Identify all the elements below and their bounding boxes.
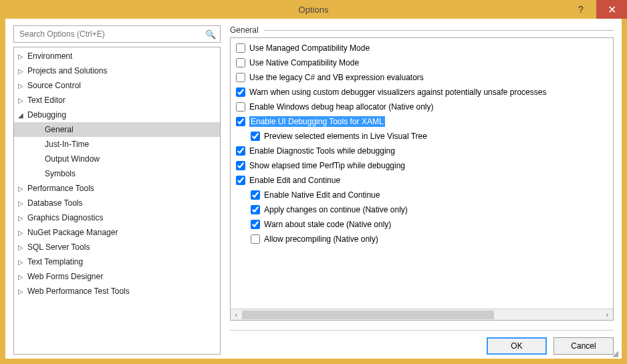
options-list[interactable]: Use Managed Compatibility ModeUse Native… <box>231 38 613 309</box>
scroll-thumb[interactable] <box>242 311 494 319</box>
tree-item[interactable]: ▷Projects and Solutions <box>14 63 220 78</box>
tree-item[interactable]: ▷NuGet Package Manager <box>14 225 220 240</box>
option-label: Warn about stale code (Native only) <box>264 220 391 229</box>
search-input[interactable] <box>18 29 205 39</box>
option-checkbox[interactable] <box>251 205 260 214</box>
options-tree[interactable]: ▷Environment▷Projects and Solutions▷Sour… <box>13 47 221 355</box>
tree-item[interactable]: ▷Web Performance Test Tools <box>14 284 220 299</box>
option-row[interactable]: Use Native Compatibility Mode <box>231 55 613 70</box>
tree-item-label: General <box>45 125 74 134</box>
tree-item[interactable]: Just-In-Time <box>14 137 220 152</box>
option-row[interactable]: Enable Native Edit and Continue <box>231 188 613 202</box>
tree-item-label: SQL Server Tools <box>27 242 90 252</box>
horizontal-scrollbar[interactable]: ‹ › <box>231 309 613 320</box>
option-checkbox[interactable] <box>236 176 245 185</box>
tree-item[interactable]: ▷Database Tools <box>14 196 220 210</box>
tree-item-label: Projects and Solutions <box>27 66 107 75</box>
caret-collapsed-icon[interactable]: ▷ <box>18 273 27 281</box>
tree-item[interactable]: ▷Performance Tools <box>14 181 220 196</box>
caret-collapsed-icon[interactable]: ▷ <box>18 82 27 89</box>
caret-expanded-icon[interactable]: ◢ <box>18 112 27 119</box>
section-title-label: General <box>230 25 259 35</box>
caret-collapsed-icon[interactable]: ▷ <box>18 229 27 236</box>
tree-item-label: Environment <box>27 51 72 61</box>
option-row[interactable]: Use the legacy C# and VB expression eval… <box>231 70 613 85</box>
caret-collapsed-icon[interactable]: ▷ <box>18 244 27 251</box>
tree-item[interactable]: ▷Web Forms Designer <box>14 269 220 284</box>
tree-item[interactable]: ▷Graphics Diagnostics <box>14 210 220 225</box>
scroll-left-icon[interactable]: ‹ <box>231 311 242 319</box>
cancel-button[interactable]: Cancel <box>553 337 614 355</box>
option-checkbox[interactable] <box>236 102 245 112</box>
caret-collapsed-icon[interactable]: ▷ <box>18 67 27 75</box>
option-row[interactable]: Enable UI Debugging Tools for XAML <box>231 114 613 129</box>
option-checkbox[interactable] <box>236 87 245 97</box>
caret-collapsed-icon[interactable]: ▷ <box>18 97 27 104</box>
tree-item[interactable]: ◢Debugging <box>14 108 220 122</box>
options-dialog: Options ? ✕ 🔍 ▷Environment▷Projects and … <box>0 0 627 364</box>
caret-collapsed-icon[interactable]: ▷ <box>18 53 27 60</box>
right-pane: General Use Managed Compatibility ModeUs… <box>230 25 614 355</box>
caret-collapsed-icon[interactable]: ▷ <box>18 200 27 207</box>
search-box[interactable]: 🔍 <box>13 25 221 43</box>
tree-item-label: Output Window <box>45 154 100 164</box>
option-row[interactable]: Show elapsed time PerfTip while debuggin… <box>231 158 613 173</box>
tree-item[interactable]: ▷Environment <box>14 49 220 63</box>
option-checkbox[interactable] <box>236 58 245 67</box>
tree-item-label: Source Control <box>27 81 81 90</box>
tree-item-label: Database Tools <box>27 198 83 208</box>
search-icon: 🔍 <box>205 29 216 39</box>
option-label: Allow precompiling (Native only) <box>264 234 378 244</box>
option-checkbox[interactable] <box>236 43 245 53</box>
option-checkbox[interactable] <box>236 161 245 170</box>
caret-collapsed-icon[interactable]: ▷ <box>18 214 27 222</box>
option-label: Show elapsed time PerfTip while debuggin… <box>249 161 405 170</box>
option-checkbox[interactable] <box>236 73 245 82</box>
window-controls: ? ✕ <box>566 0 627 19</box>
resize-grip-icon[interactable]: ◢ <box>612 349 620 357</box>
caret-collapsed-icon[interactable]: ▷ <box>18 258 27 266</box>
tree-item[interactable]: ▷Text Editor <box>14 93 220 108</box>
option-checkbox[interactable] <box>251 132 260 141</box>
option-checkbox[interactable] <box>251 190 260 200</box>
tree-item[interactable]: ▷Text Templating <box>14 254 220 269</box>
option-checkbox[interactable] <box>251 220 260 229</box>
option-row[interactable]: Warn about stale code (Native only) <box>231 217 613 232</box>
option-label: Enable Windows debug heap allocator (Nat… <box>249 102 434 112</box>
caret-collapsed-icon[interactable]: ▷ <box>18 288 27 295</box>
caret-collapsed-icon[interactable]: ▷ <box>18 185 27 192</box>
tree-item[interactable]: ▷SQL Server Tools <box>14 240 220 254</box>
option-row[interactable]: Use Managed Compatibility Mode <box>231 41 613 55</box>
ok-button[interactable]: OK <box>487 337 547 355</box>
option-checkbox[interactable] <box>251 234 260 244</box>
option-row[interactable]: Enable Diagnostic Tools while debugging <box>231 144 613 158</box>
option-label: Use the legacy C# and VB expression eval… <box>249 73 424 82</box>
scroll-right-icon[interactable]: › <box>602 311 613 319</box>
option-row[interactable]: Enable Windows debug heap allocator (Nat… <box>231 100 613 114</box>
option-row[interactable]: Warn when using custom debugger visualiz… <box>231 85 613 100</box>
option-row[interactable]: Enable Edit and Continue <box>231 173 613 188</box>
option-row[interactable]: Allow precompiling (Native only) <box>231 232 613 246</box>
tree-item[interactable]: General <box>14 122 220 137</box>
option-label: Enable Edit and Continue <box>249 176 340 185</box>
close-button[interactable]: ✕ <box>596 0 627 19</box>
left-pane: 🔍 ▷Environment▷Projects and Solutions▷So… <box>13 25 221 355</box>
tree-item[interactable]: ▷Source Control <box>14 78 220 93</box>
tree-item[interactable]: Output Window <box>14 152 220 166</box>
option-label: Apply changes on continue (Native only) <box>264 205 408 214</box>
divider <box>264 30 614 31</box>
tree-item-label: Graphics Diagnostics <box>27 213 103 222</box>
help-button[interactable]: ? <box>566 0 596 19</box>
option-row[interactable]: Preview selected elements in Live Visual… <box>231 129 613 144</box>
scroll-track[interactable] <box>242 309 602 320</box>
tree-item[interactable]: Symbols <box>14 166 220 181</box>
section-header: General <box>230 25 614 35</box>
option-checkbox[interactable] <box>236 117 245 126</box>
tree-item-label: Debugging <box>27 110 66 120</box>
option-label: Enable Diagnostic Tools while debugging <box>249 146 395 156</box>
option-row[interactable]: Apply changes on continue (Native only) <box>231 202 613 217</box>
tree-item-label: Web Performance Test Tools <box>27 287 130 296</box>
dialog-body: 🔍 ▷Environment▷Projects and Solutions▷So… <box>5 19 622 359</box>
option-checkbox[interactable] <box>236 146 245 156</box>
option-label: Warn when using custom debugger visualiz… <box>249 87 546 97</box>
